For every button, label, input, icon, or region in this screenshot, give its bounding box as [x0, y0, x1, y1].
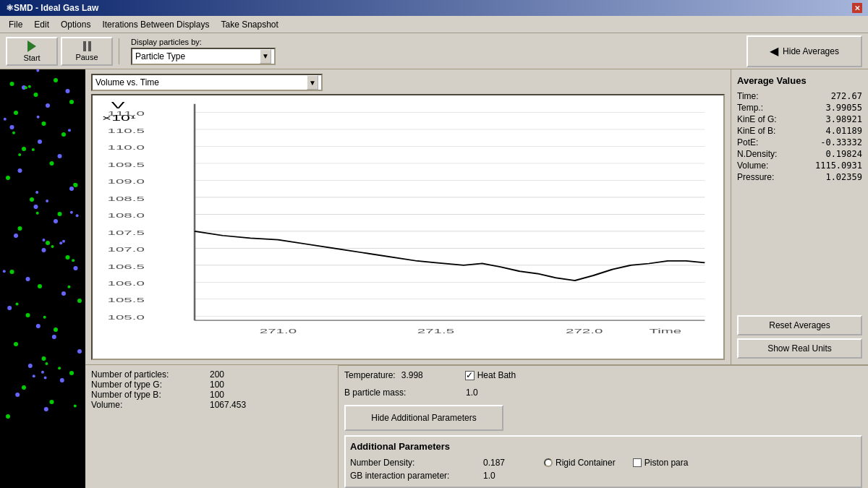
window-title: SMD - Ideal Gas Law	[14, 3, 98, 13]
graph-select-value: Volume vs. Time	[95, 77, 159, 87]
b-particle-mass-row: B particle mass: 1.0	[339, 385, 868, 401]
svg-text:271.5: 271.5	[417, 328, 454, 335]
stat-pote-value: -0.33332	[820, 137, 862, 147]
stat-pote: PotE: -0.33332	[737, 137, 862, 148]
svg-text:272.0: 272.0	[566, 328, 603, 335]
svg-text:105.5: 105.5	[108, 296, 145, 304]
hide-params-label: Hide Additional Parameters	[371, 413, 476, 423]
pause-button[interactable]: Pause	[61, 37, 113, 66]
start-button[interactable]: Start	[6, 37, 58, 66]
right-bottom-controls: Temperature: 3.998 ✓ Heat Bath B particl…	[339, 365, 868, 488]
stat-kine-b: KinE of B: 4.01189	[737, 125, 862, 137]
heat-bath-label: Heat Bath	[477, 370, 516, 380]
particles-label: Number of particles:	[91, 369, 207, 380]
temperature-label: Temperature:	[344, 370, 396, 380]
menu-edit[interactable]: Edit	[28, 18, 55, 31]
averages-title: Average Values	[737, 75, 862, 86]
pause-label: Pause	[75, 53, 98, 61]
svg-text:106.5: 106.5	[108, 262, 145, 270]
graph-select-dropdown[interactable]: Volume vs. Time ▼	[91, 74, 323, 91]
number-density-label: Number Density:	[350, 458, 480, 468]
graph-dropdown-arrow: ▼	[307, 75, 318, 90]
stat-kine-g: KinE of G: 3.98921	[737, 114, 862, 125]
svg-text:110.0: 110.0	[108, 144, 145, 151]
show-real-units-button[interactable]: Show Real Units	[737, 338, 862, 359]
stat-time-value: 272.67	[831, 91, 862, 101]
graph-container: V ×10¹ 111.0 110.5 110.0 109.5 109.0	[91, 94, 725, 360]
right-bottom: Number of particles: 200 Number of type …	[85, 364, 868, 488]
play-icon	[27, 40, 36, 52]
menu-options[interactable]: Options	[55, 18, 96, 31]
stat-pote-label: PotE:	[737, 137, 758, 147]
reset-averages-button[interactable]: Reset Averages	[737, 315, 862, 335]
stat-temp-label: Temp.:	[737, 103, 763, 113]
chart-svg: V ×10¹ 111.0 110.5 110.0 109.5 109.0	[93, 95, 723, 359]
averages-panel: Average Values Time: 272.67 Temp.: 3.990…	[731, 69, 868, 364]
lock-piston-checkbox[interactable]	[633, 458, 642, 467]
particle-type-value: Particle Type	[135, 51, 185, 61]
piston-para-label: Piston para	[644, 458, 689, 468]
svg-text:111.0: 111.0	[108, 110, 145, 117]
stat-time: Time: 272.67	[737, 90, 862, 102]
hide-params-button[interactable]: Hide Additional Parameters	[344, 405, 503, 431]
particles-row: Number of particles: 200	[91, 369, 332, 380]
menu-iterations[interactable]: Iterations Between Displays	[96, 18, 215, 31]
particles-value: 200	[210, 369, 224, 380]
svg-text:110.5: 110.5	[108, 127, 145, 134]
graph-header: Volume vs. Time ▼	[91, 74, 725, 91]
type-b-row: Number of type B: 100	[91, 390, 332, 400]
chevron-left-icon: ◀	[770, 44, 778, 58]
svg-text:107.0: 107.0	[108, 246, 145, 253]
stat-ndensity-value: 0.19824	[825, 149, 862, 159]
b-mass-label: B particle mass:	[344, 388, 460, 398]
main-layout: Volume vs. Time ▼ V ×10¹ 111.0 110.5	[0, 69, 868, 488]
stat-temp-value: 3.99055	[825, 103, 862, 113]
temperature-value: 3.998	[401, 370, 445, 380]
particle-type-dropdown[interactable]: Particle Type ▼	[131, 48, 276, 65]
stat-kine-b-label: KinE of B:	[737, 126, 775, 136]
heat-bath-checkbox[interactable]: ✓	[465, 371, 475, 380]
stat-volume-label: Volume:	[737, 160, 768, 171]
stat-kine-g-label: KinE of G:	[737, 114, 777, 124]
number-density-row: Number Density: 0.187 Rigid Container Pi…	[350, 456, 856, 469]
add-params-title: Additional Parameters	[350, 441, 856, 452]
svg-text:108.5: 108.5	[108, 194, 145, 202]
stat-volume-value: 1115.0931	[815, 160, 862, 171]
rigid-container-radio-group: Rigid Container	[544, 458, 616, 468]
b-mass-value: 1.0	[466, 388, 478, 398]
stat-pressure-value: 1.02359	[825, 172, 862, 182]
stat-pressure-label: Pressure:	[737, 172, 774, 182]
svg-text:109.5: 109.5	[108, 160, 145, 168]
svg-text:106.0: 106.0	[108, 280, 145, 287]
stat-kine-g-value: 3.98921	[825, 114, 862, 124]
stat-kine-b-value: 4.01189	[825, 126, 862, 136]
stat-pressure: Pressure: 1.02359	[737, 171, 862, 183]
type-g-label: Number of type G:	[91, 380, 207, 390]
svg-text:107.5: 107.5	[108, 228, 145, 236]
stat-time-label: Time:	[737, 91, 759, 101]
type-g-value: 100	[210, 380, 224, 390]
temperature-row: Temperature: 3.998 ✓ Heat Bath	[339, 365, 868, 385]
left-bottom-info: Number of particles: 200 Number of type …	[85, 365, 339, 488]
hide-averages-button[interactable]: ◀ Hide Averages	[746, 35, 862, 67]
stat-ndensity: N.Density: 0.19824	[737, 148, 862, 160]
menu-snapshot[interactable]: Take Snapshot	[215, 18, 284, 31]
gb-interaction-value: 1.0	[483, 471, 527, 481]
display-by-label: Display particles by:	[131, 38, 276, 46]
svg-text:105.0: 105.0	[108, 314, 145, 321]
simulation-canvas	[0, 69, 85, 488]
toolbar: Start Pause Display particles by: Partic…	[0, 33, 868, 69]
gb-interaction-row: GB interaction parameter: 1.0	[350, 469, 856, 482]
svg-text:Time: Time	[649, 328, 681, 335]
checkmark-icon: ✓	[466, 370, 473, 380]
menubar: File Edit Options Iterations Between Dis…	[0, 16, 868, 33]
menu-file[interactable]: File	[3, 18, 28, 31]
stat-volume: Volume: 1115.0931	[737, 160, 862, 171]
dropdown-arrow-icon: ▼	[260, 49, 271, 64]
chart-panel: Volume vs. Time ▼ V ×10¹ 111.0 110.5	[85, 69, 731, 364]
rigid-container-label: Rigid Container	[556, 458, 616, 468]
right-top: Volume vs. Time ▼ V ×10¹ 111.0 110.5	[85, 69, 868, 364]
close-button[interactable]: ✕	[852, 3, 862, 13]
volume-label: Volume:	[91, 400, 207, 410]
rigid-container-radio[interactable]	[544, 458, 553, 467]
